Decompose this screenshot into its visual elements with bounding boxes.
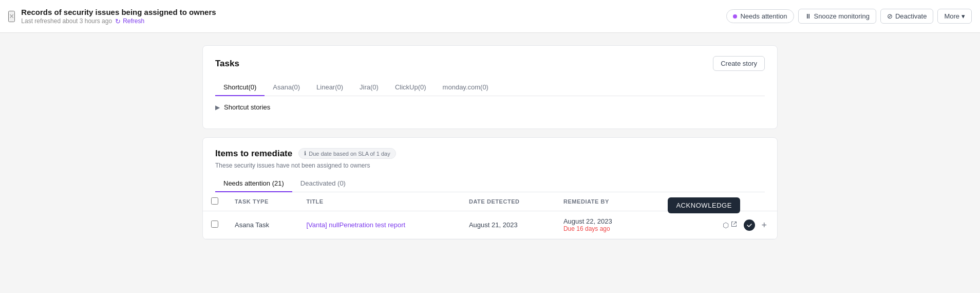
tasks-card: Tasks Create story Shortcut(0) Asana(0) … — [202, 45, 778, 129]
header-actions: Needs attention ⏸ Snooze monitoring ⊘ De… — [726, 9, 972, 24]
external-link-icon: ⬡ — [723, 221, 729, 229]
tab-deactivated[interactable]: Deactivated (0) — [292, 175, 354, 192]
deactivate-icon: ⊘ — [887, 12, 893, 20]
tab-jira[interactable]: Jira(0) — [351, 79, 387, 96]
tab-linear[interactable]: Linear(0) — [308, 79, 351, 96]
title-group: Records of security issues being assigne… — [21, 8, 726, 25]
snooze-monitoring-button[interactable]: ⏸ Snooze monitoring — [798, 9, 876, 24]
refresh-button[interactable]: ↻ Refresh — [115, 17, 144, 25]
shortcut-stories-label: Shortcut stories — [224, 103, 270, 111]
col-remediate-by: REMEDIATE BY — [555, 192, 647, 211]
plus-icon: + — [761, 220, 767, 230]
refresh-label: Refresh — [123, 17, 144, 25]
row-task-type: Asana Task — [227, 211, 298, 239]
table-header-row: TASK TYPE TITLE DATE DETECTED REMEDIATE … — [203, 192, 777, 211]
more-label: More — [944, 12, 959, 20]
create-story-button[interactable]: Create story — [713, 56, 765, 71]
deactivate-button[interactable]: ⊘ Deactivate — [880, 9, 933, 24]
col-actions: Acknowledge — [647, 192, 777, 211]
col-date-detected: DATE DETECTED — [461, 192, 555, 211]
tab-needs-attention[interactable]: Needs attention (21) — [215, 175, 292, 192]
remediate-by-date: August 22, 2023 — [563, 217, 638, 225]
check-icon — [746, 222, 752, 228]
tab-asana[interactable]: Asana(0) — [265, 79, 308, 96]
remediate-title: Items to remediate — [215, 149, 292, 159]
info-icon: ℹ — [304, 150, 306, 157]
last-refreshed-text: Last refreshed about 3 hours ago — [21, 17, 112, 25]
row-actions: ⬡ — [655, 218, 769, 232]
remediate-title-row: Items to remediate ℹ Due date based on S… — [215, 148, 765, 159]
sla-badge-label: Due date based on SLA of 1 day — [309, 151, 390, 157]
remediate-tabs: Needs attention (21) Deactivated (0) — [215, 175, 765, 192]
close-button[interactable]: × — [8, 11, 15, 22]
tasks-header: Tasks Create story — [215, 56, 765, 71]
needs-attention-label: Needs attention — [740, 12, 787, 20]
col-title: TITLE — [298, 192, 461, 211]
needs-attention-button[interactable]: Needs attention — [726, 9, 794, 23]
row-checkbox-cell — [203, 211, 227, 239]
remediate-header: Items to remediate ℹ Due date based on S… — [203, 138, 777, 192]
remediate-subtitle: These security issues have not been assi… — [215, 162, 765, 169]
row-remediate-by: August 22, 2023 Due 16 days ago — [555, 211, 647, 239]
shortcut-stories-row[interactable]: ▶ Shortcut stories — [215, 96, 765, 118]
table-row: Asana Task [Vanta] nullPenetration test … — [203, 211, 777, 239]
more-button[interactable]: More ▾ — [937, 9, 972, 24]
chevron-down-icon: ▾ — [962, 12, 965, 20]
add-action-button[interactable]: + — [759, 218, 769, 232]
row-actions-cell: ⬡ — [647, 211, 777, 239]
row-title: [Vanta] nullPenetration test report — [298, 211, 461, 239]
refresh-icon: ↻ — [115, 17, 121, 25]
row-date-detected: August 21, 2023 — [461, 211, 555, 239]
external-link-svg-icon — [730, 221, 738, 228]
tab-monday[interactable]: monday.com(0) — [435, 79, 497, 96]
col-task-type: TASK TYPE — [227, 192, 298, 211]
tasks-title: Tasks — [215, 59, 239, 69]
remediate-by-overdue: Due 16 days ago — [563, 225, 638, 232]
col-checkbox — [203, 192, 227, 211]
acknowledge-check-button[interactable] — [744, 219, 755, 231]
main-content: Tasks Create story Shortcut(0) Asana(0) … — [182, 33, 798, 260]
select-all-checkbox[interactable] — [211, 197, 218, 205]
page-title: Records of security issues being assigne… — [21, 8, 726, 16]
snooze-label: Snooze monitoring — [814, 12, 870, 20]
tasks-tabs: Shortcut(0) Asana(0) Linear(0) Jira(0) C… — [215, 79, 765, 96]
sla-badge: ℹ Due date based on SLA of 1 day — [298, 148, 395, 159]
subtitle: Last refreshed about 3 hours ago ↻ Refre… — [21, 17, 726, 25]
snooze-icon: ⏸ — [805, 12, 812, 20]
remediate-table-container: TASK TYPE TITLE DATE DETECTED REMEDIATE … — [203, 192, 777, 239]
tab-shortcut[interactable]: Shortcut(0) — [215, 79, 265, 96]
header-bar: × Records of security issues being assig… — [0, 0, 980, 33]
acknowledge-popup: Acknowledge — [668, 197, 740, 213]
task-title-link[interactable]: [Vanta] nullPenetration test report — [306, 221, 405, 229]
external-link-button[interactable]: ⬡ — [721, 218, 740, 231]
chevron-right-icon: ▶ — [215, 104, 220, 111]
deactivate-label: Deactivate — [895, 12, 927, 20]
attention-dot-icon — [733, 14, 737, 19]
tab-clickup[interactable]: ClickUp(0) — [387, 79, 435, 96]
tasks-card-body: Tasks Create story Shortcut(0) Asana(0) … — [203, 46, 777, 129]
remediate-card: Items to remediate ℹ Due date based on S… — [202, 137, 778, 240]
row-checkbox[interactable] — [211, 221, 218, 228]
remediate-table: TASK TYPE TITLE DATE DETECTED REMEDIATE … — [203, 192, 777, 239]
